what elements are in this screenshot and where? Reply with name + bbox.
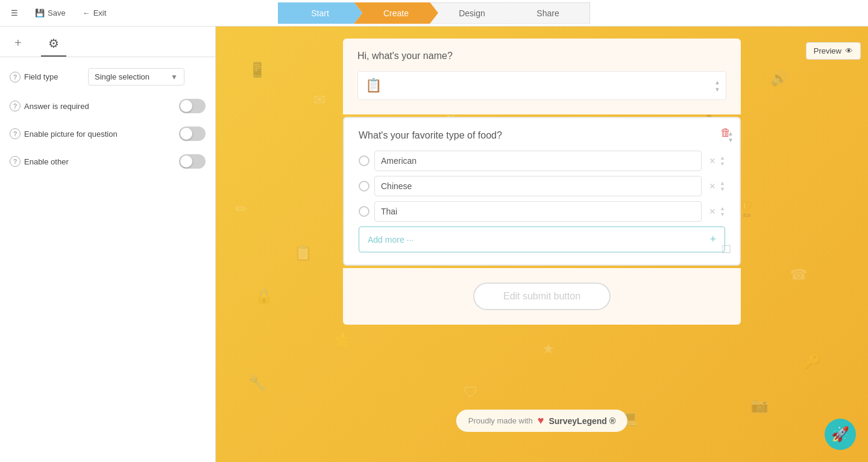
- rocket-button[interactable]: 🚀: [825, 419, 856, 450]
- question2-title: What's your favorite type of food?: [359, 130, 725, 141]
- made-with-text: Proudly made with: [468, 416, 533, 425]
- option-arrows-american[interactable]: ▲ ▼: [720, 155, 725, 167]
- answer-required-label-group: ? Answer is required: [10, 101, 89, 111]
- brand-name: SurveyLegend®: [549, 416, 615, 426]
- top-nav: ☰ 💾 Save ← Exit Start Create Design Shar…: [0, 0, 868, 27]
- submit-card: Edit submit button: [343, 268, 741, 325]
- enable-picture-help-icon[interactable]: ?: [10, 128, 20, 139]
- question1-title: Hi, what's your name?: [357, 51, 726, 61]
- sidebar-tabs: + ⚙: [0, 27, 215, 57]
- preview-button[interactable]: Preview 👁: [806, 42, 861, 60]
- field-type-label: Field type: [24, 72, 58, 81]
- add-more-icon: +: [709, 233, 716, 246]
- option-input-american[interactable]: [374, 151, 702, 171]
- step-share[interactable]: Share: [506, 2, 590, 24]
- edit-submit-button[interactable]: Edit submit button: [473, 283, 611, 310]
- sidebar-content: ? Field type Single selection ▼ ? Answer…: [0, 57, 215, 462]
- field-type-dropdown[interactable]: Single selection ▼: [88, 68, 184, 86]
- contact-icon: 📋: [365, 78, 382, 93]
- step-share-label: Share: [536, 8, 559, 18]
- option-input-thai[interactable]: [374, 201, 702, 222]
- step-design[interactable]: Design: [430, 2, 514, 24]
- option-input-chinese[interactable]: [374, 176, 702, 196]
- sidebar-tab-add[interactable]: +: [7, 31, 29, 57]
- enable-other-label: Enable other: [24, 157, 69, 166]
- option-remove-thai[interactable]: ✕: [706, 205, 719, 217]
- dropdown-arrow-icon: ▼: [171, 73, 178, 81]
- question1-input-area[interactable]: 📋: [357, 71, 726, 100]
- option-row-american: ✕ ▲ ▼: [359, 151, 725, 171]
- step-create-label: Create: [383, 8, 409, 18]
- answer-required-help-icon[interactable]: ?: [10, 101, 20, 111]
- add-more-row[interactable]: Add more ··· +: [359, 226, 725, 252]
- survey-container: Hi, what's your name? 📋 ▲ ▼ 🗑 ▲ ▼: [343, 39, 741, 325]
- exit-button[interactable]: ← Exit: [79, 6, 110, 20]
- preview-label: Preview: [814, 46, 841, 55]
- sidebar-tab-settings[interactable]: ⚙: [41, 31, 66, 57]
- answer-required-label: Answer is required: [24, 102, 89, 111]
- question2-nav-arrows[interactable]: ▲ ▼: [728, 130, 734, 143]
- option-controls-thai: ✕ ▲ ▼: [706, 205, 725, 217]
- step-design-label: Design: [459, 8, 485, 18]
- field-type-help-icon[interactable]: ?: [10, 72, 20, 83]
- option-row-chinese: ✕ ▲ ▼: [359, 176, 725, 196]
- answer-required-toggle[interactable]: [179, 99, 206, 113]
- option-radio-thai[interactable]: [359, 206, 370, 217]
- enable-picture-label: Enable picture for question: [24, 130, 118, 139]
- enable-other-label-group: ? Enable other: [10, 156, 88, 167]
- field-type-label-group: ? Field type: [10, 72, 88, 83]
- copy-paste-icon[interactable]: ☐: [722, 243, 731, 256]
- answer-required-row: ? Answer is required: [10, 99, 206, 113]
- enable-picture-label-group: ? Enable picture for question: [10, 128, 118, 139]
- add-more-text: Add more ···: [368, 235, 414, 245]
- exit-icon: ←: [83, 8, 90, 17]
- submit-button-label: Edit submit button: [503, 291, 580, 301]
- option-arrows-chinese[interactable]: ▲ ▼: [720, 180, 725, 192]
- field-type-row: ? Field type Single selection ▼: [10, 68, 206, 86]
- option-radio-american[interactable]: [359, 155, 370, 166]
- option-row-thai: ✕ ▲ ▼: [359, 201, 725, 222]
- question2-card: 🗑 ▲ ▼ What's your favorite type of food?…: [343, 117, 741, 266]
- step-start[interactable]: Start: [278, 2, 362, 24]
- settings-tab-icon: ⚙: [48, 37, 59, 50]
- made-with-badge: Proudly made with ♥ SurveyLegend®: [456, 410, 627, 432]
- save-icon: 💾: [35, 8, 45, 17]
- enable-picture-toggle[interactable]: [179, 126, 206, 141]
- exit-label: Exit: [93, 8, 107, 17]
- nav-left: ☰ 💾 Save ← Exit: [7, 6, 110, 20]
- steps-nav: Start Create Design Share: [278, 2, 590, 24]
- enable-other-help-icon[interactable]: ?: [10, 156, 20, 167]
- add-tab-icon: +: [14, 36, 22, 49]
- hamburger-icon: ☰: [11, 8, 18, 17]
- main-content: 📱 ✉ 🔍 ⚙ ☰ 📞 🔊 ✏ 📋 🔒 ⭐ 🔧 🏆 ☎ ⚙ 🔑 📷 ★ 🛡 💻 …: [216, 27, 868, 462]
- enable-other-toggle[interactable]: [179, 154, 206, 169]
- enable-picture-row: ? Enable picture for question: [10, 126, 206, 141]
- menu-button[interactable]: ☰: [7, 6, 22, 20]
- step-start-label: Start: [311, 8, 329, 18]
- option-arrows-thai[interactable]: ▲ ▼: [720, 205, 725, 217]
- preview-eye-icon: 👁: [845, 46, 853, 55]
- save-label: Save: [48, 8, 66, 17]
- question1-arrows[interactable]: ▲ ▼: [714, 79, 720, 93]
- option-radio-chinese[interactable]: [359, 181, 370, 192]
- sl-heart-icon: ♥: [538, 414, 544, 427]
- option-remove-chinese[interactable]: ✕: [706, 180, 719, 192]
- enable-other-row: ? Enable other: [10, 154, 206, 169]
- field-type-value: Single selection: [95, 72, 149, 81]
- sidebar: + ⚙ ? Field type Single selection ▼: [0, 27, 216, 462]
- option-controls-american: ✕ ▲ ▼: [706, 155, 725, 167]
- option-controls-chinese: ✕ ▲ ▼: [706, 180, 725, 192]
- question1-card: Hi, what's your name? 📋 ▲ ▼: [343, 39, 741, 114]
- rocket-icon: 🚀: [831, 426, 849, 443]
- save-button[interactable]: 💾 Save: [31, 6, 69, 20]
- option-remove-american[interactable]: ✕: [706, 155, 719, 167]
- step-create[interactable]: Create: [354, 2, 438, 24]
- main-layout: + ⚙ ? Field type Single selection ▼: [0, 27, 868, 462]
